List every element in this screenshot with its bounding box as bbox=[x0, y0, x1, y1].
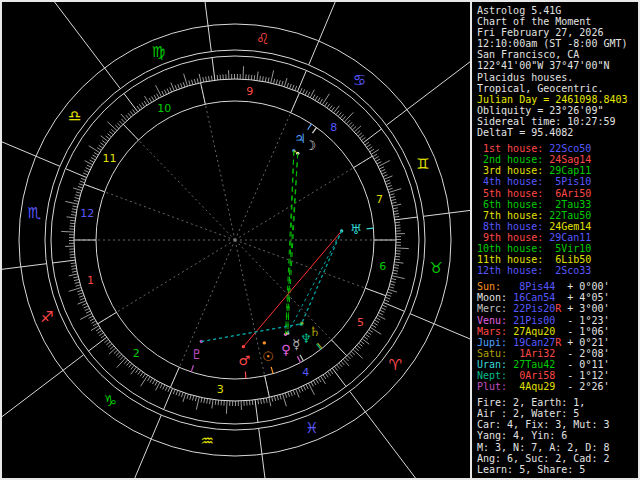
sign-glyph-capricorn: ♑ bbox=[104, 392, 117, 410]
panel-text: 24Gem14 bbox=[549, 221, 591, 232]
degree-tick bbox=[243, 66, 244, 79]
degree-tick bbox=[271, 70, 274, 83]
degree-tick bbox=[320, 99, 323, 103]
panel-text: Fire: 2, Earth: 1, bbox=[477, 397, 585, 408]
sign-divider bbox=[350, 391, 470, 478]
panel-text: 19Can27 bbox=[513, 337, 555, 348]
degree-tick bbox=[284, 78, 287, 87]
panel-text: Jupi: bbox=[477, 337, 513, 348]
sign-glyph-leo: ♌ bbox=[256, 30, 269, 48]
degree-tick bbox=[372, 325, 376, 328]
degree-tick bbox=[99, 145, 103, 148]
degree-tick bbox=[74, 200, 79, 201]
degree-tick bbox=[73, 188, 82, 191]
panel-line: Obliquity = 23°26'09" bbox=[477, 105, 638, 116]
degree-tick bbox=[78, 293, 83, 295]
degree-tick bbox=[367, 332, 371, 335]
degree-tick bbox=[318, 378, 321, 382]
degree-tick bbox=[332, 368, 346, 386]
degree-tick bbox=[252, 400, 253, 405]
house-spoke bbox=[365, 288, 386, 296]
chart-wheel: ♈♉♊♋♌♍♎♏♐♑♒♓123456789101112☉☽☿♀♂♃♄♅♆♇ bbox=[2, 2, 470, 478]
degree-tick bbox=[75, 198, 80, 199]
house-number-4: 4 bbox=[302, 366, 309, 379]
degree-tick bbox=[387, 292, 392, 294]
panel-text: 24Sag14 bbox=[549, 154, 591, 165]
degree-tick bbox=[391, 281, 396, 282]
aspect-sextile-mercury-uranus bbox=[288, 231, 342, 333]
panel-line: Yang: 4, Yin: 6 bbox=[477, 430, 638, 441]
aspect-sextile-uranus-neptune bbox=[301, 231, 342, 324]
degree-tick bbox=[368, 147, 372, 150]
planet-tick-pluto bbox=[191, 365, 193, 372]
degree-tick bbox=[179, 391, 181, 396]
degree-tick bbox=[365, 142, 369, 145]
astrolog-window: ♈♉♊♋♌♍♎♏♐♑♒♓123456789101112☉☽☿♀♂♃♄♅♆♇ As… bbox=[0, 0, 640, 480]
degree-tick bbox=[65, 201, 78, 204]
degree-tick bbox=[69, 274, 78, 276]
degree-tick bbox=[255, 400, 258, 423]
degree-tick bbox=[80, 181, 85, 183]
panel-text: Astrolog 5.41G bbox=[477, 5, 561, 16]
sign-glyph-aquarius: ♒ bbox=[201, 432, 214, 450]
house-spoke bbox=[201, 83, 206, 104]
house-spoke bbox=[354, 156, 373, 167]
degree-tick bbox=[201, 398, 202, 403]
degree-tick bbox=[117, 358, 126, 368]
house-number-9: 9 bbox=[246, 85, 253, 98]
degree-tick bbox=[360, 341, 364, 344]
panel-text: 2nd house: bbox=[477, 154, 549, 165]
degree-tick bbox=[75, 282, 80, 283]
panel-text: 5Pis10 bbox=[549, 176, 591, 187]
sign-glyph-libra: ♎ bbox=[68, 107, 81, 125]
panel-text: Uran: bbox=[477, 359, 513, 370]
planet-tick-mars bbox=[245, 372, 246, 379]
degree-tick bbox=[337, 365, 340, 369]
degree-tick bbox=[318, 97, 321, 101]
degree-tick bbox=[265, 77, 266, 82]
degree-tick bbox=[77, 290, 82, 292]
degree-tick bbox=[178, 84, 180, 89]
degree-tick bbox=[195, 396, 196, 401]
house-cusp-line bbox=[235, 240, 347, 356]
degree-tick bbox=[309, 383, 315, 395]
degree-tick bbox=[70, 257, 75, 258]
degree-tick bbox=[167, 89, 169, 94]
degree-tick bbox=[332, 107, 335, 111]
degree-tick bbox=[382, 172, 387, 174]
degree-tick bbox=[376, 318, 380, 320]
panel-line: 1st house: 22Sco50 bbox=[477, 143, 638, 154]
degree-tick bbox=[373, 154, 377, 157]
chart-area: ♈♉♊♋♌♍♎♏♐♑♒♓123456789101112☉☽☿♀♂♃♄♅♆♇ bbox=[2, 2, 472, 478]
degree-tick bbox=[301, 387, 303, 392]
degree-tick bbox=[129, 364, 132, 368]
panel-text: 9th house: bbox=[477, 232, 549, 243]
degree-tick bbox=[139, 104, 142, 108]
degree-tick bbox=[394, 265, 399, 266]
panel-line: 7th house: 22Tau50 bbox=[477, 210, 638, 221]
panel-text: Placidus houses. bbox=[477, 72, 573, 83]
degree-tick bbox=[114, 350, 118, 353]
planet-glyph-venus: ♀ bbox=[281, 342, 291, 357]
panel-line: Uran: 27Tau42 - 0°11' bbox=[477, 359, 638, 370]
degree-tick bbox=[124, 360, 127, 364]
planet-tick-jupiter bbox=[308, 124, 312, 130]
planet-glyph-pluto: ♇ bbox=[191, 347, 203, 362]
panel-text: Sidereal time: 10:27:59 bbox=[477, 116, 615, 127]
house-spoke bbox=[84, 184, 105, 192]
degree-tick bbox=[131, 365, 134, 369]
degree-tick bbox=[274, 396, 275, 401]
degree-tick bbox=[154, 95, 156, 99]
house-spoke bbox=[265, 376, 270, 397]
panel-line: Nept: 0Ari58 - 1°12' bbox=[477, 370, 638, 381]
degree-tick bbox=[97, 148, 101, 151]
degree-tick bbox=[76, 192, 81, 193]
degree-tick bbox=[126, 115, 129, 119]
panel-line: Jupi: 19Can27R + 0°21' bbox=[477, 337, 638, 348]
degree-tick bbox=[170, 87, 172, 92]
panel-line: 2nd house: 24Sag14 bbox=[477, 154, 638, 165]
panel-line: Ang: 6, Suc: 2, Cad: 2 bbox=[477, 453, 638, 464]
panel-text: Ang: 6, Suc: 2, Cad: 2 bbox=[477, 453, 609, 464]
panel-text: Plut: bbox=[477, 381, 513, 392]
panel-text: 4Aqu29 bbox=[513, 381, 555, 392]
